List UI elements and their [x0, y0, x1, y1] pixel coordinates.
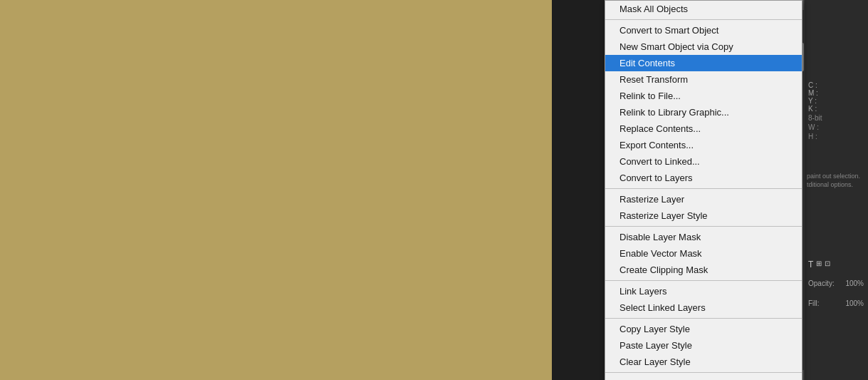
menu-item-new-smart-object-via-copy[interactable]: New Smart Object via Copy	[605, 38, 802, 55]
menu-item-relink-to-file[interactable]: Relink to File...	[605, 88, 802, 104]
hint-text: paint out selection. tditional options.	[804, 171, 868, 190]
panel-info: C : M : Y : K : 8-bit W : H :	[804, 78, 868, 143]
panel-tools: T ⊞ ⊡	[804, 257, 868, 272]
menu-item-edit-contents[interactable]: Edit Contents	[605, 55, 802, 71]
menu-item-convert-to-layers[interactable]: Convert to Layers	[605, 170, 802, 186]
menu-item-convert-to-linked[interactable]: Convert to Linked...	[605, 153, 802, 170]
menu-separator	[605, 372, 802, 373]
menu-item-rasterize-layer[interactable]: Rasterize Layer	[605, 191, 802, 207]
w-label: W :	[808, 123, 864, 131]
menu-item-link-layers[interactable]: Link Layers	[605, 283, 802, 299]
menu-item-paste-layer-style[interactable]: Paste Layer Style	[605, 337, 802, 354]
menu-item-copy-layer-style[interactable]: Copy Layer Style	[605, 321, 802, 337]
menu-item-mask-all-objects[interactable]: Mask All Objects	[605, 1, 802, 17]
fill-row: Fill: 100%	[804, 298, 868, 309]
menu-item-reset-transform[interactable]: Reset Transform	[605, 71, 802, 88]
fill-label: Fill:	[808, 299, 820, 307]
opacity-label: Opacity:	[808, 279, 835, 287]
menu-item-clear-layer-style[interactable]: Clear Layer Style	[605, 354, 802, 370]
bit-depth: 8-bit	[808, 114, 864, 122]
menu-item-relink-to-library-graphic[interactable]: Relink to Library Graphic...	[605, 104, 802, 120]
menu-item-select-linked-layers[interactable]: Select Linked Layers	[605, 299, 802, 316]
menu-item-export-contents[interactable]: Export Contents...	[605, 137, 802, 153]
h-label: H :	[808, 133, 864, 140]
menu-separator	[605, 188, 802, 189]
y-label: Y :	[808, 97, 864, 105]
menu-item-replace-contents[interactable]: Replace Contents...	[605, 120, 802, 137]
canvas-content	[0, 0, 552, 380]
right-panel: C : M : Y : K : 8-bit W : H : paint out …	[804, 0, 868, 380]
k-label: K :	[808, 105, 864, 113]
menu-item-rasterize-layer-style[interactable]: Rasterize Layer Style	[605, 207, 802, 224]
context-menu: Mask All ObjectsConvert to Smart ObjectN…	[605, 0, 802, 380]
menu-separator	[605, 226, 802, 227]
canvas-area	[0, 0, 552, 380]
text-tool-icon[interactable]: T	[808, 260, 813, 269]
opacity-row: Opacity: 100%	[804, 278, 868, 289]
menu-separator	[605, 318, 802, 319]
opacity-value[interactable]: 100%	[845, 279, 864, 287]
grid-icon[interactable]: ⊡	[825, 260, 830, 269]
menu-item-disable-layer-mask[interactable]: Disable Layer Mask	[605, 229, 802, 245]
m-label: M :	[808, 89, 864, 97]
menu-separator	[605, 19, 802, 20]
c-label: C :	[808, 81, 864, 89]
menu-item-release-from-isolation[interactable]: Release from Isolation	[605, 375, 802, 380]
menu-item-create-clipping-mask[interactable]: Create Clipping Mask	[605, 262, 802, 278]
fill-value[interactable]: 100%	[845, 299, 864, 307]
transform-icon[interactable]: ⊞	[816, 260, 822, 269]
menu-item-enable-vector-mask[interactable]: Enable Vector Mask	[605, 245, 802, 262]
menu-separator	[605, 280, 802, 281]
menu-item-convert-to-smart-object[interactable]: Convert to Smart Object	[605, 22, 802, 38]
